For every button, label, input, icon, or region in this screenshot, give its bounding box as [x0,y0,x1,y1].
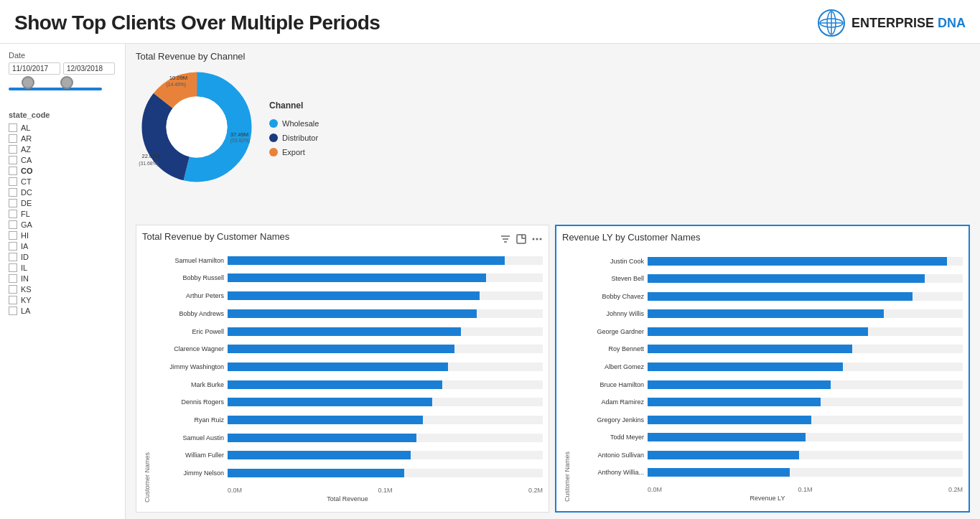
state-label-ks: KS [21,285,32,294]
slider-thumb-right[interactable] [60,76,73,89]
bar-row-left[interactable]: Bobby Russell [152,271,543,284]
state-checkbox-ca[interactable] [9,156,17,164]
bar-row-right[interactable]: Antonio Sullivan [572,449,963,462]
legend-item-wholesale[interactable]: Wholesale [269,119,319,128]
state-checkbox-hi[interactable] [9,231,17,240]
bar-row-right[interactable]: George Gardner [572,325,963,338]
state-item-de[interactable]: DE [9,199,116,207]
bar-row-left[interactable]: Jimmy Washington [152,360,543,373]
bar-track [228,256,543,265]
state-item-ct[interactable]: CT [9,177,116,186]
bar-row-right[interactable]: Bruce Hamilton [572,378,963,391]
bar-fill [648,292,913,301]
bar-row-left[interactable]: Jimmy Nelson [152,467,543,480]
bar-track [648,327,963,336]
bar-row-right[interactable]: Steven Bell [572,272,963,285]
state-checkbox-in[interactable] [9,274,17,283]
state-label-il: IL [21,263,27,272]
y-axis-label-right: Customer Names [562,250,572,502]
bar-row-left[interactable]: Eric Powell [152,325,543,338]
state-item-ks[interactable]: KS [9,285,116,294]
bar-track [228,273,543,282]
legend-item-export[interactable]: Export [269,148,319,156]
more-icon[interactable] [531,233,543,245]
state-item-il[interactable]: IL [9,263,116,272]
bar-track [648,274,963,283]
state-checkbox-co[interactable] [9,167,17,175]
bar-label: Samuel Austin [152,434,228,441]
state-item-al[interactable]: AL [9,123,116,132]
bar-row-right[interactable]: Bobby Chavez [572,290,963,303]
state-item-dc[interactable]: DC [9,188,116,197]
bar-rows-left: Samuel HamiltonBobby RussellArthur Peter… [152,249,543,485]
expand-icon[interactable] [515,233,527,245]
state-item-in[interactable]: IN [9,274,116,283]
bar-row-right[interactable]: Todd Meyer [572,431,963,444]
bar-row-left[interactable]: Mark Burke [152,378,543,391]
state-item-ky[interactable]: KY [9,296,116,304]
bar-row-left[interactable]: Clarence Wagner [152,342,543,355]
bar-row-right[interactable]: Johnny Willis [572,307,963,320]
state-item-hi[interactable]: HI [9,231,116,240]
state-item-fl[interactable]: FL [9,210,116,218]
bar-row-right[interactable]: Roy Bennett [572,342,963,355]
date-start[interactable]: 11/10/2017 [9,62,60,75]
state-checkbox-az[interactable] [9,145,17,154]
state-checkbox-ks[interactable] [9,285,17,294]
legend-item-distributor[interactable]: Distributor [269,134,319,142]
state-checkbox-ct[interactable] [9,177,17,186]
bar-track [648,309,963,318]
state-list: ALARAZCACOCTDCDEFLGAHIIAIDILINKSKYLA [9,123,116,315]
slider-thumb-left[interactable] [22,76,34,89]
bar-row-right[interactable]: Justin Cook [572,255,963,268]
state-checkbox-ar[interactable] [9,134,17,143]
bar-row-left[interactable]: Dennis Rogers [152,396,543,408]
bar-row-left[interactable]: William Fuller [152,449,543,462]
state-checkbox-dc[interactable] [9,188,17,197]
date-slider[interactable] [9,79,116,99]
state-checkbox-al[interactable] [9,123,17,132]
state-item-id[interactable]: ID [9,253,116,261]
bar-row-left[interactable]: Arthur Peters [152,289,543,302]
legend-label-wholesale: Wholesale [282,119,319,128]
state-item-ia[interactable]: IA [9,242,116,251]
state-item-co[interactable]: CO [9,167,116,175]
bar-track [228,469,543,477]
bar-label: Dennis Rogers [152,398,228,406]
state-item-az[interactable]: AZ [9,145,116,154]
bar-label: Samuel Hamilton [152,257,228,264]
donut-container: 37.49M (53.82%) 22.07M (31.68%) 10.09M (… [136,66,319,191]
bar-row-left[interactable]: Ryan Ruiz [152,413,543,426]
state-checkbox-ia[interactable] [9,242,17,251]
state-checkbox-fl[interactable] [9,210,17,218]
state-item-ca[interactable]: CA [9,156,116,164]
state-checkbox-la[interactable] [9,307,17,315]
bar-track [648,363,963,371]
filter-icon[interactable] [500,233,511,245]
state-checkbox-ky[interactable] [9,296,17,304]
bar-row-left[interactable]: Bobby Andrews [152,307,543,320]
state-item-ga[interactable]: GA [9,220,116,229]
state-item-la[interactable]: LA [9,307,116,315]
bar-fill [648,274,925,283]
bar-row-right[interactable]: Albert Gomez [572,360,963,373]
bar-track [228,380,543,389]
bar-row-left[interactable]: Samuel Hamilton [152,254,543,267]
state-label-ga: GA [21,220,32,229]
bar-fill [228,291,480,300]
date-end[interactable]: 12/03/2018 [63,62,115,75]
state-label-ar: AR [21,134,32,143]
state-checkbox-il[interactable] [9,263,17,272]
state-checkbox-id[interactable] [9,253,17,261]
bar-label: Bobby Andrews [152,310,228,317]
donut-center [167,97,228,158]
bar-row-right[interactable]: Anthony Willia... [572,466,963,479]
bar-label: Bobby Chavez [572,293,648,300]
state-checkbox-de[interactable] [9,199,17,207]
state-item-ar[interactable]: AR [9,134,116,143]
state-checkbox-ga[interactable] [9,220,17,229]
bar-row-right[interactable]: Gregory Jenkins [572,413,963,426]
bar-row-left[interactable]: Samuel Austin [152,431,543,444]
bar-label: Eric Powell [152,328,228,335]
bar-row-right[interactable]: Adam Ramirez [572,396,963,408]
